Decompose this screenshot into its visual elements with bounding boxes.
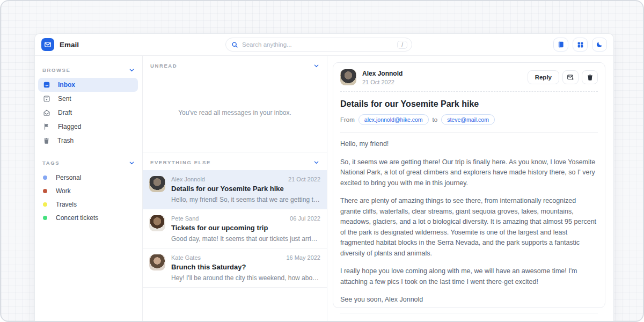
- sidebar-item-label: Inbox: [58, 81, 75, 89]
- sidebar-item-label: Sent: [58, 95, 71, 103]
- header-divider: [340, 91, 598, 92]
- mail-subject: Details for our Yosemite Park hike: [171, 185, 320, 193]
- tag-label: Travels: [56, 201, 77, 208]
- sidebar: BROWSE Inbox Sent Draft: [35, 56, 142, 322]
- to-label: to: [433, 116, 438, 123]
- sidebar-item-sent[interactable]: Sent: [38, 92, 138, 106]
- browse-section-header: BROWSE: [35, 60, 142, 78]
- tags-label: TAGS: [42, 160, 60, 166]
- avatar: [149, 215, 165, 231]
- body-paragraph: I really hope you love coming along with…: [340, 266, 598, 287]
- tag-dot: [43, 216, 47, 220]
- sidebar-item-label: Trash: [57, 137, 74, 144]
- mail-date: 16 May 2022: [286, 254, 320, 261]
- to-email-pill[interactable]: steve@mail.com: [441, 114, 495, 125]
- app-logo: [41, 38, 54, 51]
- mail-detail-column: Alex Jonnold 21 Oct 2022 Reply: [327, 56, 613, 322]
- mail-list-column: UNREAD You've read all messages in your …: [142, 56, 327, 322]
- mail-preview: Good day, mate! It seems that our ticket…: [171, 235, 320, 243]
- browse-collapse-chevron[interactable]: [129, 67, 135, 73]
- tag-item-travels[interactable]: Travels: [43, 197, 142, 211]
- mail-sender: Kate Gates: [171, 254, 201, 261]
- envelope-icon: [44, 41, 52, 48]
- sidebar-item-trash[interactable]: Trash: [38, 134, 138, 148]
- apps-grid-button[interactable]: [573, 38, 588, 52]
- unread-collapse-chevron[interactable]: [313, 63, 319, 69]
- chevron-down-icon: [129, 67, 135, 73]
- envelope-plus-icon: [567, 74, 574, 81]
- tag-dot: [43, 202, 47, 207]
- sidebar-item-label: Draft: [58, 109, 72, 116]
- tag-label: Personal: [56, 174, 81, 181]
- from-label: From: [340, 116, 355, 123]
- mail-subject: Brunch this Saturday?: [171, 263, 320, 271]
- dark-mode-toggle[interactable]: [592, 38, 607, 52]
- detail-header: Alex Jonnold 21 Oct 2022 Reply: [340, 69, 598, 85]
- book-icon: [557, 41, 565, 48]
- attachments-label: Attachments: [340, 320, 598, 322]
- tag-label: Concert tickets: [56, 214, 98, 222]
- app-title: Email: [60, 41, 79, 49]
- tag-item-work[interactable]: Work: [43, 184, 142, 197]
- delete-button[interactable]: [582, 70, 598, 84]
- everything-else-section-header: EVERYTHING ELSE: [143, 152, 327, 170]
- grid-icon: [577, 41, 584, 48]
- tag-dot: [43, 175, 47, 180]
- search-shortcut-badge: /: [397, 41, 407, 49]
- sidebar-item-flagged[interactable]: Flagged: [38, 120, 138, 134]
- sidebar-item-label: Flagged: [58, 123, 81, 130]
- mail-preview: Hey! I'll be around the city this weeken…: [171, 274, 320, 282]
- sent-icon: [43, 95, 50, 103]
- body-paragraph: There are plenty of amazing things to se…: [340, 196, 598, 259]
- search-bar[interactable]: /: [225, 38, 412, 52]
- unread-empty-message: You've read all messages in your inbox.: [178, 109, 291, 116]
- tag-item-personal[interactable]: Personal: [43, 171, 142, 184]
- tag-dot: [43, 189, 47, 193]
- detail-sender-name: Alex Jonnold: [362, 70, 402, 77]
- tags-collapse-chevron[interactable]: [129, 160, 135, 166]
- reply-button[interactable]: Reply: [528, 70, 559, 84]
- unread-label: UNREAD: [150, 63, 177, 69]
- sender-avatar: [340, 69, 356, 85]
- avatar: [149, 176, 165, 192]
- inbox-icon: [43, 81, 50, 89]
- sidebar-item-draft[interactable]: Draft: [38, 106, 138, 120]
- mail-date: 06 Jul 2022: [290, 215, 320, 222]
- attachments-divider: [340, 313, 598, 313]
- everything-else-label: EVERYTHING ELSE: [150, 159, 211, 165]
- unread-empty-state: You've read all messages in your inbox.: [143, 74, 327, 152]
- from-email-pill[interactable]: alex.jonnold@hike.com: [358, 114, 429, 125]
- detail-subject: Details for our Yosemite Park hike: [340, 99, 598, 109]
- unread-section-header: UNREAD: [143, 56, 327, 74]
- sidebar-item-inbox[interactable]: Inbox: [38, 78, 138, 92]
- flag-icon: [43, 123, 50, 130]
- mail-list-item[interactable]: Pete Sand 06 Jul 2022 Tickets for our up…: [143, 209, 327, 248]
- draft-icon: [43, 109, 50, 116]
- trash-icon: [587, 74, 594, 81]
- mail-subject: Tickets for our upcoming trip: [171, 224, 320, 232]
- mail-date: 21 Oct 2022: [288, 176, 320, 182]
- address-book-button[interactable]: [553, 38, 568, 52]
- from-to-row: From alex.jonnold@hike.com to steve@mail…: [340, 114, 598, 125]
- mail-list-item[interactable]: Kate Gates 16 May 2022 Brunch this Satur…: [143, 248, 327, 288]
- body-divider: [340, 132, 598, 133]
- chevron-down-icon: [313, 159, 319, 165]
- email-body: Hello, my friend! So, it seems we are ge…: [340, 139, 598, 305]
- topbar-actions: [553, 38, 607, 52]
- mail-list-item[interactable]: Alex Jonnold 21 Oct 2022 Details for our…: [143, 170, 327, 209]
- email-app-window: Email /: [34, 33, 614, 322]
- trash-icon: [43, 137, 50, 144]
- chevron-down-icon: [129, 160, 135, 166]
- search-input[interactable]: [242, 41, 397, 48]
- top-bar: Email /: [35, 34, 613, 56]
- avatar: [149, 254, 165, 270]
- body-paragraph: Hello, my friend!: [340, 139, 598, 150]
- everything-else-collapse-chevron[interactable]: [313, 159, 319, 165]
- body-paragraph: See you soon, Alex Jonnold: [340, 295, 598, 305]
- body-paragraph: So, it seems we are getting there! Our t…: [340, 157, 598, 189]
- mail-preview: Hello, my friend! So, it seems that we a…: [171, 196, 320, 203]
- search-icon: [231, 41, 238, 48]
- mark-unread-button[interactable]: [562, 70, 579, 84]
- tag-item-concert-tickets[interactable]: Concert tickets: [43, 211, 142, 224]
- tags-section-header: TAGS: [35, 153, 142, 171]
